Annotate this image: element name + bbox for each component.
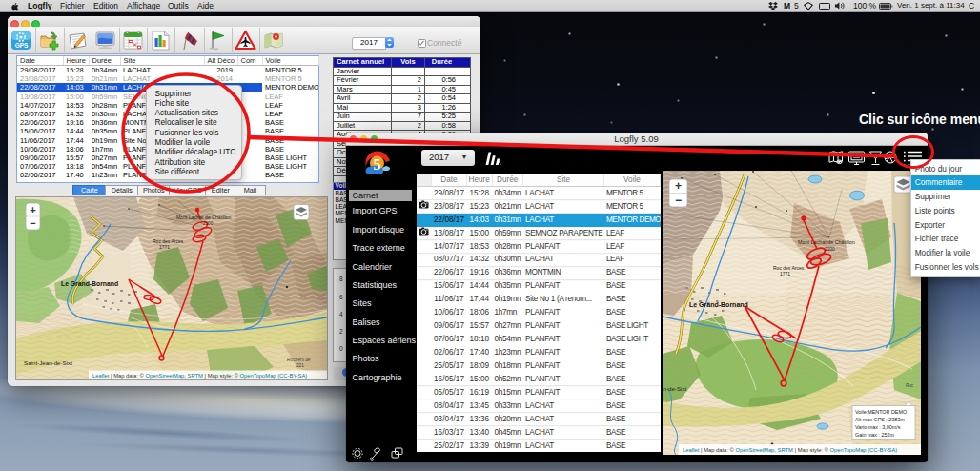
svg-text:−: − <box>30 217 35 229</box>
svg-text:GPS: GPS <box>15 42 29 49</box>
svg-text:an-de-Sixt: an-de-Sixt <box>663 385 686 392</box>
svg-text:2100: 2100 <box>203 221 214 226</box>
svg-text:+: + <box>675 179 682 193</box>
svg-text:Voile:MENTOR DEMO: Voile:MENTOR DEMO <box>855 409 907 415</box>
svg-text:'221: '221 <box>296 363 304 368</box>
svg-text:Vario max : 3,00m/s: Vario max : 3,00m/s <box>855 424 901 430</box>
svg-text:1771: 1771 <box>159 244 170 250</box>
svg-text:Saint-Jean-de-Sixt: Saint-Jean-de-Sixt <box>24 359 72 366</box>
svg-text:Roc: Roc <box>906 383 914 388</box>
svg-text:1771: 1771 <box>780 271 790 276</box>
svg-text:2100: 2100 <box>825 247 835 252</box>
svg-text:Mont Lachat de Châtillon: Mont Lachat de Châtillon <box>798 239 855 245</box>
svg-text:5: 5 <box>373 156 380 173</box>
svg-text:Le Grand-Bornand: Le Grand-Bornand <box>61 280 118 287</box>
svg-text:Leaflet | Map data: © OpenStre: Leaflet | Map data: © OpenStreetMap, SRT… <box>92 373 307 379</box>
svg-text:Alt max GPS : 2383m: Alt max GPS : 2383m <box>855 417 905 422</box>
svg-text:Rochers de: Rochers de <box>287 358 311 362</box>
svg-text:Gain max : 252m: Gain max : 252m <box>855 432 895 438</box>
svg-text:Leaflet | Map data: © OpenStre: Leaflet | Map data: © OpenStreetMap, SRT… <box>683 447 897 453</box>
svg-text:−: − <box>675 194 682 207</box>
svg-text:Mont Lachat de Châtillon: Mont Lachat de Châtillon <box>176 215 232 220</box>
svg-text:Le Grand-Bornand: Le Grand-Bornand <box>689 301 748 308</box>
svg-text:+: + <box>30 204 35 215</box>
